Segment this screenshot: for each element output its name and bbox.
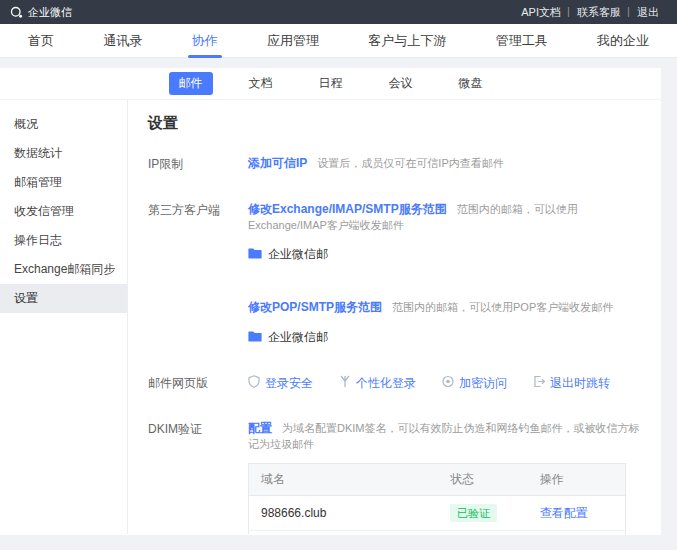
logout-redirect-icon — [533, 375, 545, 391]
nav-item-home[interactable]: 首页 — [28, 24, 54, 58]
section-label: IP限制 — [148, 155, 248, 173]
edit-pop-scope-link[interactable]: 修改POP/SMTP服务范围 — [248, 300, 382, 314]
page-title: 设置 — [148, 114, 643, 133]
section-webmail: 邮件网页版 登录安全 个性化登录 — [148, 374, 643, 392]
logout-redirect-link[interactable]: 退出时跳转 — [550, 375, 610, 392]
tab-meeting[interactable]: 会议 — [379, 72, 423, 95]
topbar-link-contact-support[interactable]: 联系客服 — [569, 5, 629, 20]
content-card: 邮件 文档 日程 会议 微盘 概况 数据统计 邮箱管理 收发信管理 操作日志 E… — [0, 68, 661, 535]
table-header-action: 操作 — [528, 464, 626, 496]
folder-icon — [248, 247, 262, 262]
tab-docs[interactable]: 文档 — [239, 72, 283, 95]
folder-icon — [248, 330, 262, 345]
wecom-logo-icon — [10, 6, 23, 19]
ip-restriction-desc: 设置后，成员仅可在可信IP内查看邮件 — [317, 157, 503, 169]
section-ip-restriction: IP限制 添加可信IP设置后，成员仅可在可信IP内查看邮件 — [148, 155, 643, 173]
webmail-login-security: 登录安全 — [248, 375, 313, 392]
sidebar-item-operation-log[interactable]: 操作日志 — [0, 226, 127, 255]
encrypted-access-link[interactable]: 加密访问 — [459, 375, 507, 392]
topbar-link-api-docs[interactable]: API文档 — [513, 5, 569, 20]
personalized-login-link[interactable]: 个性化登录 — [356, 375, 416, 392]
nav-item-admin-tools[interactable]: 管理工具 — [496, 24, 548, 58]
section-label: 第三方客户端 — [148, 201, 248, 346]
add-trusted-ip-link[interactable]: 添加可信IP — [248, 156, 307, 170]
sidebar-item-settings[interactable]: 设置 — [0, 284, 127, 313]
tab-calendar[interactable]: 日程 — [309, 72, 353, 95]
sidebar-item-statistics[interactable]: 数据统计 — [0, 139, 127, 168]
personalized-login-icon — [339, 375, 351, 391]
webmail-personalized-login: 个性化登录 — [339, 375, 416, 392]
section-dkim: DKIM验证 配置为域名配置DKIM签名，可以有效防止伪造和网络钓鱼邮件，或被收… — [148, 420, 643, 534]
exchange-scope-chip: 企业微信邮 — [248, 246, 328, 263]
topbar: 企业微信 API文档 联系客服 退出 — [0, 0, 677, 24]
nav-item-my-company[interactable]: 我的企业 — [597, 24, 649, 58]
section-label: 邮件网页版 — [148, 374, 248, 392]
mail-sidebar: 概况 数据统计 邮箱管理 收发信管理 操作日志 Exchange邮箱同步 设置 — [0, 100, 128, 534]
pop-scope-desc: 范围内的邮箱，可以使用POP客户端收发邮件 — [392, 301, 613, 313]
dkim-config-link[interactable]: 配置 — [248, 421, 272, 435]
encrypted-access-icon — [442, 375, 454, 391]
sidebar-item-send-receive[interactable]: 收发信管理 — [0, 197, 127, 226]
nav-item-apps[interactable]: 应用管理 — [267, 24, 319, 58]
exchange-scope-value: 企业微信邮 — [268, 246, 328, 263]
dkim-desc: 为域名配置DKIM签名，可以有效防止伪造和网络钓鱼邮件，或被收信方标记为垃圾邮件 — [248, 422, 640, 450]
section-third-party-clients: 第三方客户端 修改Exchange/IMAP/SMTP服务范围范围内的邮箱，可以… — [148, 201, 643, 346]
webmail-encrypted-access: 加密访问 — [442, 375, 507, 392]
status-badge: 已验证 — [450, 504, 497, 522]
table-row: sjdhgfdk.com 验证中 查看配置 — [249, 531, 626, 534]
main-nav: 首页 通讯录 协作 应用管理 客户与上下游 管理工具 我的企业 — [0, 24, 677, 58]
pop-scope-chip: 企业微信邮 — [248, 329, 328, 346]
webmail-logout-redirect: 退出时跳转 — [533, 375, 610, 392]
app-title: 企业微信 — [28, 5, 72, 20]
dkim-domain-table: 域名 状态 操作 988666.club 已验证 查看配置 — [248, 463, 626, 534]
login-security-link[interactable]: 登录安全 — [265, 375, 313, 392]
pop-scope-value: 企业微信邮 — [268, 329, 328, 346]
domain-cell: sjdhgfdk.com — [249, 531, 439, 534]
login-security-icon — [248, 375, 260, 391]
edit-exchange-scope-link[interactable]: 修改Exchange/IMAP/SMTP服务范围 — [248, 202, 447, 216]
sidebar-item-mailbox-mgmt[interactable]: 邮箱管理 — [0, 168, 127, 197]
table-header-domain: 域名 — [249, 464, 439, 496]
sidebar-item-overview[interactable]: 概况 — [0, 110, 127, 139]
collab-subtabs: 邮件 文档 日程 会议 微盘 — [0, 68, 661, 100]
table-row: 988666.club 已验证 查看配置 — [249, 496, 626, 531]
tab-drive[interactable]: 微盘 — [449, 72, 493, 95]
domain-cell: 988666.club — [249, 496, 439, 531]
topbar-links: API文档 联系客服 退出 — [513, 5, 667, 20]
wecom-brand[interactable]: 企业微信 — [10, 5, 72, 20]
settings-panel: 设置 IP限制 添加可信IP设置后，成员仅可在可信IP内查看邮件 第三方客户端 … — [128, 100, 661, 534]
nav-item-contacts[interactable]: 通讯录 — [103, 24, 142, 58]
nav-item-customers[interactable]: 客户与上下游 — [368, 24, 446, 58]
tab-mail[interactable]: 邮件 — [169, 72, 213, 95]
section-label: DKIM验证 — [148, 420, 248, 534]
topbar-link-logout[interactable]: 退出 — [629, 5, 667, 20]
nav-item-collaboration[interactable]: 协作 — [192, 24, 218, 58]
table-header-status: 状态 — [438, 464, 528, 496]
view-config-link[interactable]: 查看配置 — [540, 506, 588, 520]
sidebar-item-exchange-sync[interactable]: Exchange邮箱同步 — [0, 255, 127, 284]
